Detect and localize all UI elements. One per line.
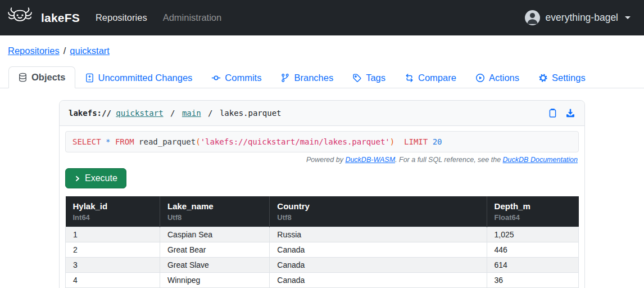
play-circle-icon	[475, 73, 485, 83]
table-cell: 36	[487, 273, 578, 288]
table-cell: Russia	[270, 227, 487, 242]
caret-down-icon	[625, 16, 631, 19]
download-object-button[interactable]	[565, 108, 575, 118]
avatar	[525, 10, 540, 25]
sql-token	[110, 137, 115, 146]
table-cell: Great Bear	[160, 242, 269, 258]
branch-icon	[280, 73, 290, 83]
tag-icon	[352, 73, 362, 83]
object-path: lakefs:// quickstart / main / lakes.parq…	[69, 109, 282, 118]
commit-icon	[211, 73, 221, 83]
breadcrumb-repo-link[interactable]: quickstart	[70, 46, 110, 56]
powered-by-note: Powered by DuckDB-WASM. For a full SQL r…	[65, 156, 578, 164]
column-header-lake_name: Lake_nameUtf8	[160, 196, 269, 227]
table-cell: Canada	[270, 273, 487, 288]
sql-token: 20	[433, 137, 442, 146]
table-cell: 446	[487, 242, 578, 258]
repository-tabs: Objects Uncommitted Changes Commits Bran…	[0, 66, 644, 88]
path-branch-link[interactable]: main	[182, 109, 201, 118]
sql-token	[101, 137, 106, 146]
brand-name: lakeFS	[41, 11, 80, 25]
sql-token	[428, 137, 432, 146]
column-header-hylak_id: Hylak_idInt64	[66, 196, 160, 227]
sql-token: 'lakefs://quickstart/main/lakes.parquet'	[201, 137, 390, 146]
table-cell: 1	[66, 227, 160, 242]
sql-token	[394, 137, 404, 146]
breadcrumb-separator: /	[64, 46, 66, 56]
sql-token: SELECT	[72, 137, 101, 146]
table-cell: 3	[66, 258, 160, 273]
download-icon	[565, 108, 575, 118]
table-cell: Caspian Sea	[160, 227, 269, 242]
tab-branches[interactable]: Branches	[271, 67, 343, 88]
tab-commits[interactable]: Commits	[202, 67, 271, 88]
table-cell: Canada	[270, 258, 487, 273]
breadcrumb: Repositories/quickstart	[8, 46, 644, 56]
object-viewer-card: lakefs:// quickstart / main / lakes.parq…	[59, 100, 585, 288]
object-path-bar: lakefs:// quickstart / main / lakes.parq…	[60, 101, 584, 126]
tab-uncommitted-changes[interactable]: Uncommitted Changes	[75, 67, 202, 88]
tab-tags[interactable]: Tags	[343, 67, 395, 88]
clipboard-icon	[548, 108, 557, 118]
column-header-country: CountryUtf8	[270, 196, 487, 227]
duckdb-docs-link[interactable]: DuckDB Documentation	[503, 156, 578, 164]
table-cell: Great Slave	[160, 258, 269, 273]
table-cell: 4	[66, 273, 160, 288]
sql-token: FROM	[115, 137, 134, 146]
table-cell: Winnipeg	[160, 273, 269, 288]
table-row: 2Great BearCanada446	[66, 242, 579, 258]
results-header-row: Hylak_idInt64Lake_nameUtf8CountryUtf8Dep…	[66, 196, 579, 227]
path-repo-link[interactable]: quickstart	[116, 109, 163, 118]
table-cell: 1,025	[487, 227, 578, 242]
nav-item-administration[interactable]: Administration	[163, 12, 222, 23]
brand-home-link[interactable]: lakeFS	[7, 6, 80, 29]
path-scheme: lakefs://	[69, 109, 111, 118]
file-diff-icon	[85, 73, 94, 83]
table-cell: 2	[66, 242, 160, 258]
tab-settings[interactable]: Settings	[529, 67, 595, 88]
table-cell: Canada	[270, 242, 487, 258]
table-row: 3Great SlaveCanada614	[66, 258, 579, 273]
nav-item-repositories[interactable]: Repositories	[96, 12, 147, 23]
gear-icon	[538, 73, 548, 83]
path-filename: lakes.parquet	[220, 109, 282, 118]
chevron-right-icon	[74, 175, 81, 182]
user-name: everything-bagel	[546, 12, 618, 24]
table-cell: 614	[487, 258, 578, 273]
copy-path-button[interactable]	[548, 108, 557, 118]
sql-token: LIMIT	[404, 137, 428, 146]
tab-objects[interactable]: Objects	[8, 66, 75, 88]
query-results-table: Hylak_idInt64Lake_nameUtf8CountryUtf8Dep…	[65, 196, 579, 288]
duckdb-wasm-link[interactable]: DuckDB-WASM	[345, 156, 395, 164]
execute-button[interactable]: Execute	[65, 168, 126, 188]
top-navbar: lakeFS Repositories Administration every…	[0, 0, 644, 35]
person-icon	[525, 10, 540, 25]
sql-token: (	[196, 137, 200, 146]
table-row: 4WinnipegCanada36	[66, 273, 579, 288]
database-icon	[18, 73, 28, 82]
sql-token: )	[390, 137, 394, 146]
tab-actions[interactable]: Actions	[466, 67, 529, 88]
tab-compare[interactable]: Compare	[395, 67, 466, 88]
axolotl-logo-icon	[7, 6, 33, 29]
sql-token: read_parquet	[134, 137, 196, 146]
sql-query-editor[interactable]: SELECT * FROM read_parquet('lakefs://qui…	[65, 131, 579, 152]
column-header-depth_m: Depth_mFloat64	[487, 196, 578, 227]
table-row: 1Caspian SeaRussia1,025	[66, 227, 579, 242]
user-menu[interactable]: everything-bagel	[525, 10, 631, 25]
breadcrumb-repositories-link[interactable]: Repositories	[8, 46, 60, 56]
compare-icon	[405, 73, 414, 83]
